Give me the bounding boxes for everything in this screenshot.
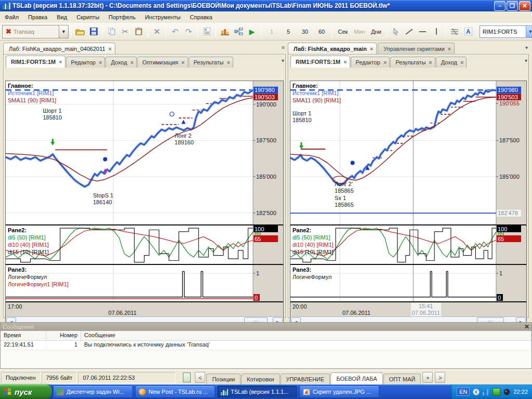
- text-tool-button[interactable]: A: [462, 25, 474, 38]
- tab-editor[interactable]: Редактор×: [66, 57, 105, 68]
- close-tab-icon[interactable]: ×: [59, 59, 62, 65]
- workspace-next-button[interactable]: >: [435, 372, 445, 383]
- task-image[interactable]: Скрипт удален.JPG ...: [299, 385, 379, 398]
- menu-file[interactable]: Файл: [0, 12, 23, 22]
- delete-button[interactable]: ✕: [151, 25, 163, 38]
- tab-label: Оптимизация: [142, 59, 178, 65]
- left-pane3[interactable]: 100 Pane3: ЛогичеФормул ЛогичеФормул1 [R…: [6, 264, 283, 301]
- fibo-tool-button[interactable]: [448, 25, 461, 38]
- doc-tab-lab[interactable]: Лаб: FishKa_квадро_main_04062011 ×: [3, 43, 115, 54]
- doc-tab-lab[interactable]: Лаб: FishKa_квадро_main ×: [288, 43, 377, 54]
- maximize-button[interactable]: ❐: [507, 1, 518, 11]
- workspace-tab-combat-lab[interactable]: БОЕВОЙ ЛАБА: [330, 373, 382, 384]
- close-tab-icon[interactable]: ×: [343, 59, 347, 65]
- copy-button[interactable]: [105, 25, 118, 38]
- close-tab-icon[interactable]: ×: [460, 59, 463, 65]
- chart-button[interactable]: [219, 25, 231, 38]
- chevron-down-icon[interactable]: ▾: [525, 58, 527, 63]
- tab-results[interactable]: Результаты×: [189, 57, 233, 68]
- properties-button[interactable]: [201, 25, 213, 38]
- minimize-button[interactable]: –: [494, 1, 506, 11]
- interval-1-button[interactable]: 1: [264, 25, 280, 38]
- close-button[interactable]: ✕: [519, 1, 530, 11]
- close-tab-icon[interactable]: ×: [448, 46, 451, 52]
- workspace-grid-icon[interactable]: [183, 373, 191, 382]
- left-main-pane[interactable]: 190'000187'500185'000182'500190'980190'5…: [6, 81, 283, 224]
- vline-tool-button[interactable]: [430, 25, 443, 38]
- tab-list-icon[interactable]: ≡: [282, 45, 285, 50]
- workspace-tab-positions[interactable]: Позиции: [206, 374, 241, 384]
- task-tslab[interactable]: TSLab (версия 1.1.1...: [217, 385, 297, 398]
- close-tab-icon[interactable]: ×: [130, 59, 134, 65]
- right-pane3[interactable]: 100 Pane3: ЛогичеФормул: [290, 264, 526, 301]
- close-tab-icon[interactable]: ×: [370, 46, 373, 52]
- save-button[interactable]: [87, 25, 100, 38]
- menu-portfolio[interactable]: Портфель: [104, 12, 140, 22]
- tab-optimization[interactable]: Оптимизация×: [137, 57, 188, 68]
- chevron-down-icon[interactable]: ▾: [282, 58, 284, 63]
- run-button[interactable]: ▶: [246, 25, 258, 38]
- language-bar-icon[interactable]: [473, 389, 480, 395]
- workspace-tab-opt-may[interactable]: ОПТ МАЙ: [383, 374, 421, 384]
- menu-tools[interactable]: Инструменты: [140, 12, 185, 22]
- interval-60-button[interactable]: 60: [314, 25, 329, 38]
- pointer-tool-button[interactable]: [390, 25, 402, 38]
- close-tab-icon[interactable]: ×: [383, 59, 387, 65]
- tab-editor[interactable]: Редактор×: [351, 57, 390, 68]
- close-tab-icon[interactable]: ×: [99, 59, 102, 65]
- right-main-pane[interactable]: 190'055187'500185'000190'980190'503182'4…: [290, 81, 526, 224]
- separator: [387, 26, 387, 37]
- doc-tab-script-manager[interactable]: Управление скриптами ×: [378, 43, 455, 54]
- paste-button[interactable]: [132, 25, 145, 38]
- trendline-tool-button[interactable]: [403, 25, 416, 38]
- task-browser[interactable]: New Post - TSLab.ru ...: [135, 385, 215, 398]
- interval-5-button[interactable]: 5: [281, 25, 296, 38]
- left-pane2[interactable]: 8965100 Pane2: di5 (50) [RIM1] di10 (40)…: [6, 224, 283, 264]
- transaq-connection-combo[interactable]: ✖Transaq ▼: [2, 25, 69, 38]
- close-tab-icon[interactable]: ×: [109, 46, 112, 52]
- svg-text:0: 0: [498, 295, 501, 301]
- close-tab-icon[interactable]: ×: [181, 59, 184, 65]
- unit-sec-button[interactable]: Сек: [335, 25, 351, 38]
- menu-help[interactable]: Справка: [185, 12, 217, 22]
- redo-button[interactable]: ↷: [182, 25, 195, 38]
- close-tab-icon[interactable]: ×: [227, 59, 230, 65]
- unit-min-button[interactable]: Мин: [352, 25, 367, 38]
- tab-chart[interactable]: RIM1:FORTS:1M×: [290, 56, 350, 68]
- tab-income[interactable]: Доход×: [436, 57, 467, 68]
- tab-chart[interactable]: RIM1:FORTS:1M×: [6, 56, 65, 68]
- start-button[interactable]: пуск: [0, 384, 52, 399]
- menu-edit[interactable]: Правка: [23, 12, 52, 22]
- message-row[interactable]: 22:19:41.51 1 Вы подключились к источник…: [1, 341, 531, 350]
- chevron-down-icon[interactable]: ▼: [59, 25, 68, 38]
- close-icon[interactable]: ✕: [524, 323, 529, 330]
- instrument-combo[interactable]: RIM1:FORTS ▼: [480, 25, 532, 38]
- workspace-tab-control[interactable]: УПРАВЛЕНИЕ: [281, 374, 330, 384]
- tab-results[interactable]: Результаты×: [390, 57, 435, 68]
- workspace-add-button[interactable]: +: [422, 372, 433, 383]
- green-status-tray-icon[interactable]: [493, 388, 500, 396]
- unit-day-button[interactable]: Дни: [368, 25, 384, 38]
- antivirus-tray-icon[interactable]: [503, 389, 510, 395]
- interval-30-button[interactable]: 30: [297, 25, 313, 38]
- language-indicator[interactable]: EN: [457, 388, 470, 396]
- tslab-tray-icon[interactable]: [483, 389, 489, 395]
- chevron-down-icon[interactable]: ▾: [525, 45, 528, 50]
- col-time[interactable]: Время: [1, 331, 46, 340]
- menu-view[interactable]: Вид: [52, 12, 72, 22]
- hline-tool-button[interactable]: [417, 25, 429, 38]
- col-message[interactable]: Сообщение: [81, 331, 531, 340]
- menu-scripts[interactable]: Скрипты: [72, 12, 104, 22]
- tab-income[interactable]: Доход×: [105, 57, 137, 68]
- undo-button[interactable]: ↶: [169, 25, 181, 38]
- workspace-tab-quotes[interactable]: Котировки: [241, 374, 280, 384]
- close-tab-icon[interactable]: ×: [429, 59, 432, 65]
- workspace-prev-button[interactable]: <: [195, 372, 205, 383]
- task-taskmanager[interactable]: Диспетчер задач Wi...: [53, 385, 133, 398]
- script-scheme-button[interactable]: [232, 25, 245, 38]
- cut-button[interactable]: ✂: [119, 25, 131, 38]
- open-button[interactable]: [74, 25, 86, 38]
- chevron-down-icon[interactable]: ▼: [526, 26, 532, 37]
- right-pane2[interactable]: 8965100 Pane2: di5 (50) [RIM1] di10 (40)…: [290, 224, 526, 264]
- col-number[interactable]: Номер: [46, 331, 81, 340]
